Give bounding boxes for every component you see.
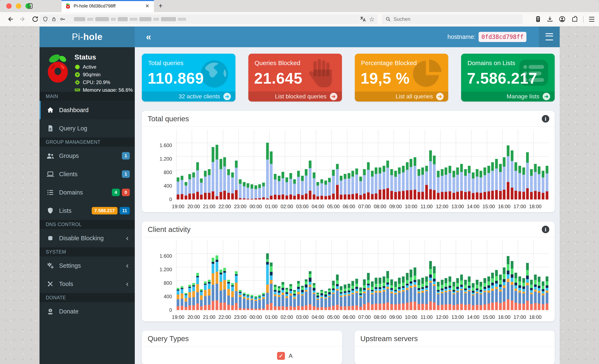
card-footer-link[interactable]: Manage lists➜: [461, 91, 555, 101]
client-activity-chart[interactable]: 19:0020:0021:0022:0023:0000:0001:0002:00…: [176, 240, 549, 322]
chart-bar: [390, 279, 393, 310]
x-axis-label: 04:00: [312, 314, 324, 320]
summary-cards: Total queries110.86932 active clients➜Qu…: [142, 54, 555, 101]
panel-total-queries: Total queries i 19:0020:0021:0022:0023:0…: [142, 111, 555, 212]
extension-icon[interactable]: [571, 16, 578, 22]
sidebar-item-tools[interactable]: Tools‹: [40, 275, 135, 293]
chart-bar: [289, 284, 292, 310]
search-placeholder: Suchen: [394, 16, 410, 22]
info-icon[interactable]: i: [542, 226, 549, 233]
chart-bar: [177, 178, 179, 199]
checkbox-a[interactable]: ✓: [277, 352, 285, 360]
x-axis-label: 01:00: [265, 204, 277, 209]
download-icon[interactable]: [546, 16, 553, 22]
chart-bar: [519, 166, 521, 200]
sidebar-item-groups[interactable]: Groups1: [40, 147, 135, 165]
card-footer-link[interactable]: List all queries➜: [355, 91, 449, 101]
card-footer-link[interactable]: 32 active clients➜: [142, 91, 235, 101]
window-minimize-button[interactable]: [16, 3, 21, 9]
cpu-icon: [74, 80, 80, 85]
back-icon[interactable]: [7, 16, 14, 23]
reload-icon[interactable]: [32, 16, 39, 23]
chart-bar: [499, 275, 502, 310]
forward-icon[interactable]: [19, 16, 26, 23]
new-tab-button[interactable]: +: [159, 2, 163, 10]
chart-bar: [262, 183, 265, 199]
card-value: 21.645: [254, 70, 342, 87]
info-icon[interactable]: i: [542, 115, 549, 123]
key-icon[interactable]: [60, 16, 66, 22]
sidebar-item-domains[interactable]: Domains40: [40, 183, 135, 202]
panel-upstream-servers: Upstream servers: [355, 331, 555, 364]
browser-tab[interactable]: Pi-hole 0fd38cd798ff ✕: [62, 0, 154, 12]
gears-icon: [46, 262, 55, 269]
x-axis-label: 11:00: [421, 314, 433, 320]
chart-bar: [336, 164, 339, 199]
bookmark-star-icon[interactable]: ☆: [369, 16, 375, 23]
translate-icon[interactable]: [359, 16, 366, 22]
list-icon: [46, 189, 55, 195]
chart-bar: [534, 164, 537, 199]
home-icon: [46, 106, 55, 114]
chart-bar: [534, 275, 537, 310]
y-axis-label: 1.200: [159, 156, 172, 162]
chart-bar: [491, 162, 494, 199]
sidebar-item-settings[interactable]: Settings‹: [40, 257, 135, 275]
query-type-legend-item[interactable]: ✓ A: [277, 352, 293, 360]
x-axis-label: 21:00: [203, 204, 215, 209]
chart-bar: [538, 277, 541, 310]
lock-icon[interactable]: [51, 16, 57, 22]
y-axis-label: 400: [164, 183, 172, 189]
chart-bar: [363, 279, 366, 310]
chart-bar: [177, 288, 179, 310]
chart-bar: [429, 150, 432, 199]
chart-bar: [452, 282, 455, 310]
x-axis-label: 23:00: [234, 204, 247, 209]
chart-bar: [262, 293, 265, 310]
sidebar-item-lists[interactable]: Lists7.586.21711: [40, 202, 135, 220]
card-domains-on-lists: Domains on Lists7.586.217Manage lists➜: [461, 54, 555, 101]
url-text-censored: [74, 17, 356, 21]
total-queries-chart[interactable]: 19:0020:0021:0022:0023:0000:0001:0002:00…: [176, 130, 549, 212]
y-axis-label: 1.600: [159, 253, 172, 259]
tab-favicon-pihole: [65, 3, 71, 9]
chart-bar: [266, 143, 269, 199]
card-footer-link[interactable]: List blocked queries➜: [248, 91, 342, 101]
sidebar-item-label: Donate: [59, 308, 79, 315]
status-row: CPU: 20.9%: [74, 80, 133, 85]
chart-bar: [379, 168, 381, 199]
chart-bar: [355, 169, 358, 200]
sidebar-item-disable-blocking[interactable]: Disable Blocking‹: [40, 229, 135, 247]
sidebar-item-donate[interactable]: $Donate: [40, 302, 135, 320]
chart-bar: [387, 160, 389, 199]
browser-menu-icon[interactable]: [589, 17, 594, 22]
search-bar[interactable]: Suchen: [382, 14, 523, 24]
chart-bar: [526, 152, 529, 200]
chart-bar: [406, 162, 408, 199]
chart-bar: [181, 286, 184, 310]
chart-bar: [530, 280, 533, 310]
tab-close-icon[interactable]: ✕: [144, 3, 150, 9]
chart-bar: [359, 287, 362, 310]
chart-bar: [437, 171, 440, 199]
sidebar-item-clients[interactable]: Clients1: [40, 165, 135, 183]
sidebar-item-label: Tools: [59, 281, 73, 287]
device-reader-icon[interactable]: [535, 16, 541, 23]
x-axis-label: 04:00: [312, 204, 324, 209]
tracking-shield-icon[interactable]: [43, 16, 48, 22]
chart-bar: [188, 174, 191, 199]
sidebar-item-dashboard[interactable]: Dashboard: [40, 101, 135, 119]
window-close-button[interactable]: [6, 3, 12, 9]
chart-bar: [441, 169, 443, 199]
pihole-brand[interactable]: Pi-hole: [40, 27, 135, 47]
browser-sidebar-icon[interactable]: [27, 2, 34, 9]
chart-bar: [414, 157, 416, 199]
sidebar-item-query-log[interactable]: Query Log: [40, 119, 135, 137]
url-bar[interactable]: ☆: [40, 14, 378, 24]
chart-bar: [526, 263, 529, 310]
account-icon[interactable]: [559, 16, 566, 23]
chart-bar: [251, 295, 253, 310]
x-axis-label: 09:00: [389, 204, 402, 209]
chart-bar: [417, 169, 420, 199]
main-content: Total queries110.86932 active clients➜Qu…: [135, 27, 560, 364]
